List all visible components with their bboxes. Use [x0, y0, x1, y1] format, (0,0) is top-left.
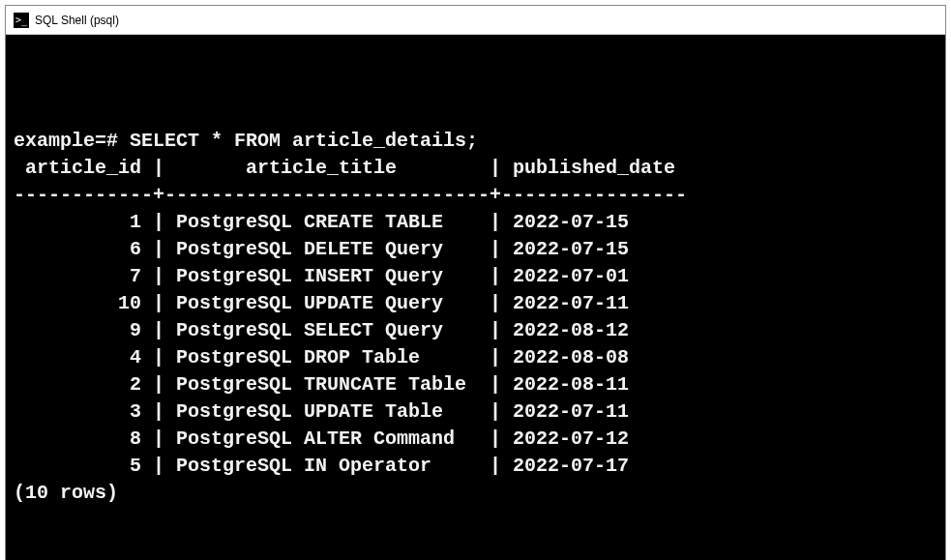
title-bar[interactable]: >_ SQL Shell (psql) [6, 6, 945, 35]
terminal-line: 1 | PostgreSQL CREATE TABLE | 2022-07-15 [14, 209, 937, 236]
terminal-line: 3 | PostgreSQL UPDATE Table | 2022-07-11 [14, 398, 937, 426]
terminal-line: 9 | PostgreSQL SELECT Query | 2022-08-12 [14, 317, 937, 344]
terminal-line [14, 507, 937, 534]
terminal-line [14, 101, 937, 128]
terminal-output[interactable]: example=# SELECT * FROM article_details;… [6, 35, 945, 560]
terminal-line: ------------+---------------------------… [14, 182, 937, 209]
window-title: SQL Shell (psql) [35, 14, 119, 27]
terminal-line: 4 | PostgreSQL DROP Table | 2022-08-08 [14, 344, 937, 371]
terminal-icon: >_ [14, 13, 29, 28]
terminal-line: 7 | PostgreSQL INSERT Query | 2022-07-01 [14, 263, 937, 290]
terminal-line: 8 | PostgreSQL ALTER Command | 2022-07-1… [14, 426, 937, 453]
terminal-line: (10 rows) [14, 480, 937, 507]
terminal-line: 2 | PostgreSQL TRUNCATE Table | 2022-08-… [14, 371, 937, 398]
terminal-line: example=# SELECT * FROM article_details; [14, 128, 937, 155]
app-window: >_ SQL Shell (psql) example=# SELECT * F… [5, 5, 946, 560]
terminal-line: 10 | PostgreSQL UPDATE Query | 2022-07-1… [14, 290, 937, 317]
terminal-line: 6 | PostgreSQL DELETE Query | 2022-07-15 [14, 236, 937, 263]
terminal-line: 5 | PostgreSQL IN Operator | 2022-07-17 [14, 453, 937, 480]
terminal-line: article_id | article_title | published_d… [14, 155, 937, 182]
terminal-line [14, 534, 937, 560]
